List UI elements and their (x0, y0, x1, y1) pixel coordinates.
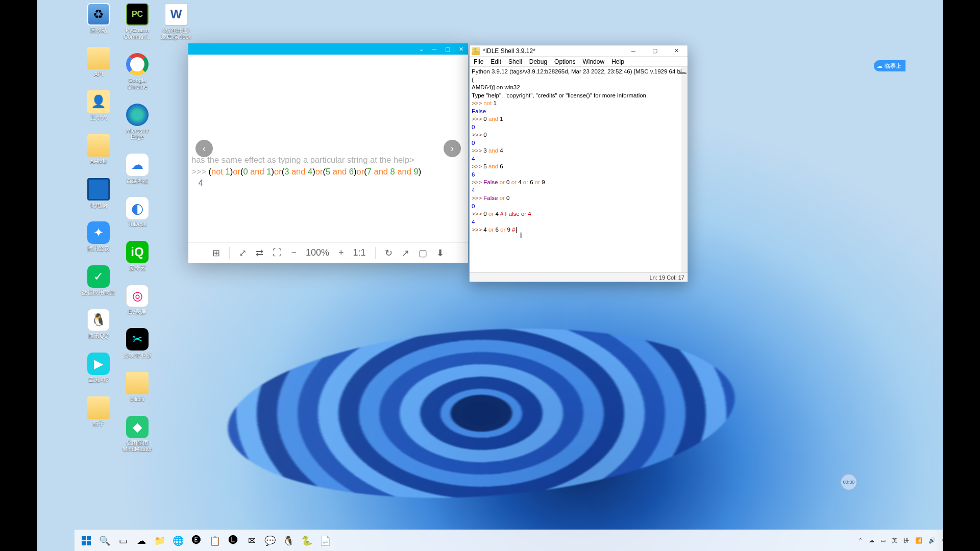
text-cursor-icon: I (520, 230, 522, 241)
icon-label: 稿子 (93, 420, 104, 427)
rotate-icon[interactable]: ↻ (385, 247, 393, 259)
desktop-icon[interactable]: ✂剪映专业版 (119, 328, 156, 359)
menu-item-file[interactable]: File (474, 58, 483, 65)
desktop-icon[interactable]: 此电脑 (80, 178, 117, 209)
ime-lang-icon[interactable]: 英 (892, 537, 897, 544)
volume-icon[interactable]: 🔊 (928, 537, 936, 544)
icon-label: 此电脑 (90, 202, 107, 209)
desktop-icon[interactable]: Microsoft Edge (119, 104, 156, 140)
system-tray[interactable]: ⌃ ☁ ▭ 英 拼 📶 🔊 ⚙ 17:37 2022/4/6 (858, 534, 943, 546)
icon-label: Microsoft Edge (119, 128, 155, 140)
scrollbar[interactable] (681, 67, 688, 272)
desktop-icon[interactable]: iQ爱奇艺 (119, 241, 156, 271)
mail-icon[interactable]: ✉ (244, 533, 259, 548)
task-view-icon[interactable]: ▭ (115, 533, 131, 548)
link-icon[interactable]: 🅛 (226, 533, 241, 548)
app-icon (126, 104, 149, 126)
desktop-icons-col1: ♻回收站API👤王小六AHMU此电脑✦腾讯会议✓微信应用商店🐧腾讯QQ▶蓝斑鸠2… (80, 3, 117, 427)
compare-icon[interactable]: ⇄ (256, 247, 263, 259)
tray-overflow-icon[interactable]: ⌃ (858, 537, 863, 544)
menu-item-debug[interactable]: Debug (529, 58, 547, 65)
fullscreen-icon[interactable]: ⤢ (239, 247, 247, 259)
wechat-icon[interactable]: 💬 (262, 533, 278, 548)
icon-label: ToDesk (128, 221, 147, 228)
idle-taskbar-icon[interactable]: 📄 (317, 533, 333, 548)
actual-size-icon[interactable]: 1:1 (353, 247, 366, 258)
download-icon[interactable]: ⬇ (436, 247, 444, 259)
onedrive-icon[interactable]: ☁ (869, 537, 874, 544)
maximize-button[interactable]: ▢ (442, 44, 454, 54)
prev-image-button[interactable]: ‹ (195, 140, 213, 157)
ie-icon[interactable]: 🅔 (189, 533, 204, 548)
idle-titlebar[interactable]: 🐍 *IDLE Shell 3.9.12* ─ ▢ ✕ (470, 45, 688, 57)
desktop-icon[interactable]: ◐ToDesk (119, 197, 156, 228)
image-viewer-window[interactable]: ⌄ ─ ▢ ✕ has the same effect as typing a … (188, 43, 468, 263)
fit-icon[interactable]: ⛶ (273, 247, 282, 258)
wifi-icon[interactable]: 📶 (915, 537, 922, 544)
desktop-icon[interactable]: bilibili (119, 372, 156, 403)
share-icon[interactable]: ↗ (402, 247, 409, 259)
app-icon: 🐧 (87, 309, 110, 331)
desktop: ♻回收站API👤王小六AHMU此电脑✦腾讯会议✓微信应用商店🐧腾讯QQ▶蓝斑鸠2… (37, 0, 943, 551)
maximize-button[interactable]: ▢ (646, 46, 664, 56)
battery-icon[interactable]: ▭ (880, 537, 886, 544)
desktop-icon[interactable]: ✦腾讯会议 (80, 221, 117, 252)
desktop-icon[interactable]: W《精准出世》观后感.docx (158, 3, 194, 40)
desktop-icon[interactable]: ☁百度网盘 (119, 154, 156, 184)
idle-statusbar: Ln: 19 Col: 17 (470, 272, 688, 282)
thumbnail-icon[interactable]: ⊞ (212, 247, 220, 259)
pycharm-icon[interactable]: 🐍 (299, 533, 314, 548)
minimize-button[interactable]: ─ (428, 44, 440, 54)
edge-icon[interactable]: 🌐 (170, 533, 186, 548)
search-icon[interactable]: 🔍 (97, 533, 112, 548)
desktop-icons-col3: W《精准出世》观后感.docx (158, 3, 194, 40)
desktop-icon[interactable]: API (80, 47, 117, 78)
idle-repl-lines: >>> not 1False>>> 0 and 10>>> 00>>> 3 an… (472, 99, 685, 234)
desktop-icon[interactable]: 👤王小六 (80, 90, 117, 121)
zoom-out-icon[interactable]: − (291, 247, 297, 258)
app-icon: ♻ (87, 3, 110, 26)
app-icon (126, 53, 149, 76)
close-button[interactable]: ✕ (455, 44, 467, 54)
taskbar[interactable]: 🔍 ▭ ☁ 📁 🌐 🅔 📋 🅛 ✉ 💬 🐧 🐍 📄 ⌃ ☁ ▭ 英 拼 📶 🔊 … (75, 530, 943, 551)
cloud-floating-button[interactable]: ☁ 临摹上 (874, 60, 905, 71)
zoom-in-icon[interactable]: + (338, 247, 344, 258)
app-icon: ▶ (87, 353, 110, 375)
close-button[interactable]: ✕ (667, 46, 685, 56)
idle-menubar[interactable]: FileEditShellDebugOptionsWindowHelp (470, 57, 688, 67)
minimize-button[interactable]: ─ (624, 46, 643, 56)
file-explorer-icon[interactable]: 📁 (152, 533, 167, 548)
menu-item-window[interactable]: Window (582, 58, 604, 65)
start-button[interactable] (79, 533, 94, 548)
desktop-icon[interactable]: AHMU (80, 134, 117, 165)
menu-item-options[interactable]: Options (554, 58, 575, 65)
idle-shell-window[interactable]: 🐍 *IDLE Shell 3.9.12* ─ ▢ ✕ FileEditShel… (469, 45, 688, 282)
desktop-icon[interactable]: Google Chrome (119, 53, 156, 90)
qq-icon[interactable]: 🐧 (281, 533, 296, 548)
menu-item-shell[interactable]: Shell (508, 58, 522, 65)
next-image-button[interactable]: › (444, 140, 461, 157)
recording-timer[interactable]: 00:30 (840, 473, 857, 491)
desktop-icon[interactable]: ✓微信应用商店 (80, 265, 117, 296)
desktop-icon[interactable]: ◆亿图脑图 MindMaster (119, 416, 156, 453)
weather-icon[interactable]: ☁ (134, 533, 149, 548)
app-icon: ✂ (126, 328, 149, 350)
app-icon: W (165, 3, 187, 26)
desktop-icon[interactable]: ◎EV录屏 (119, 285, 156, 315)
desktop-icon[interactable]: ▶蓝斑鸠2 (80, 353, 117, 383)
dropdown-icon[interactable]: ⌄ (415, 44, 427, 54)
viewer-titlebar[interactable]: ⌄ ─ ▢ ✕ (188, 43, 468, 55)
idle-title: *IDLE Shell 3.9.12* (483, 47, 535, 55)
viewer-canvas: has the same effect as typing a particul… (188, 55, 468, 242)
desktop-icon[interactable]: ♻回收站 (80, 3, 117, 34)
icon-label: 腾讯QQ (88, 333, 108, 339)
idle-body[interactable]: Python 3.9.12 (tags/v3.9.12:b28265d, Mar… (470, 67, 688, 272)
menu-item-edit[interactable]: Edit (491, 58, 501, 65)
crop-icon[interactable]: ▢ (419, 247, 427, 259)
store-icon[interactable]: 📋 (207, 533, 223, 548)
menu-item-help[interactable]: Help (611, 58, 624, 65)
desktop-icon[interactable]: 🐧腾讯QQ (80, 309, 117, 339)
desktop-icon[interactable]: PCPyCharm Communi.. (119, 3, 156, 40)
ime-mode-icon[interactable]: 拼 (903, 537, 909, 544)
desktop-icon[interactable]: 稿子 (80, 396, 117, 427)
